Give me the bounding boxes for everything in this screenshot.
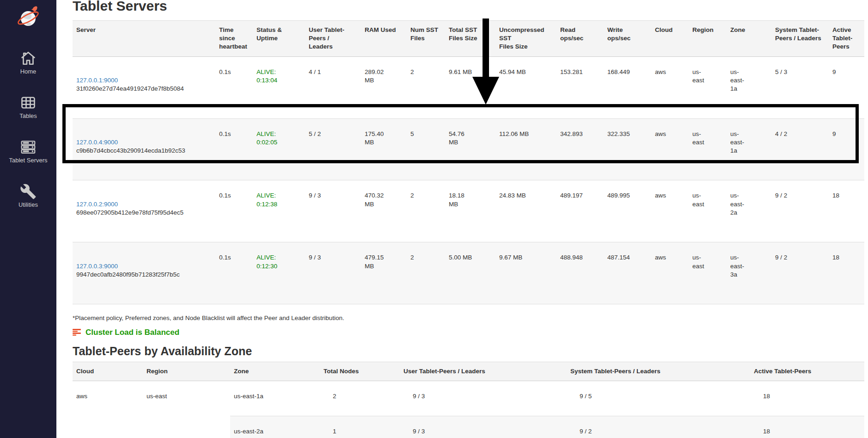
cell: 4 / 2 — [771, 118, 829, 180]
cell: 18 — [829, 180, 864, 242]
placement-policy-footnote: *Placement policy, Preferred zones, and … — [73, 315, 868, 321]
table-row: 127.0.0.1:9000 31f0260e27d74ea4919247de7… — [73, 56, 864, 118]
cell: 0.1s — [215, 242, 253, 304]
cell: us- east — [689, 118, 727, 180]
column-header: Zone — [727, 21, 771, 57]
cell: aws — [651, 242, 689, 304]
cell: 487.154 — [604, 242, 651, 304]
sidebar-item-tablet-servers[interactable]: Tablet Servers — [0, 139, 56, 183]
sidebar-item-label: Tablet Servers — [9, 157, 47, 164]
main-content: Tablet Servers Server Time since heartbe… — [56, 0, 868, 438]
column-header: Status & Uptime — [253, 21, 305, 57]
az-section-title: Tablet-Peers by Availability Zone — [73, 345, 868, 358]
cell: us- east- 1a — [727, 56, 771, 118]
cell: 9 / 3 — [400, 381, 567, 416]
cell: 18 — [750, 381, 864, 416]
table-row: aws us-east us-east-1a 2 9 / 3 9 / 5 18 — [73, 381, 864, 416]
tablet-peers-by-az-table: Cloud Region Zone Total Nodes User Table… — [73, 362, 864, 438]
cell: 0.1s — [215, 180, 253, 242]
cell: us- east- 2a — [727, 180, 771, 242]
cell: us- east — [689, 242, 727, 304]
column-header: System Tablet- Peers / Leaders — [771, 21, 829, 57]
cell: 479.15 MB — [361, 242, 407, 304]
column-header: Region — [143, 362, 230, 381]
column-header: Read ops/sec — [556, 21, 604, 57]
cell: 0.1s — [215, 56, 253, 118]
cell: us- east — [689, 56, 727, 118]
status-cell: ALIVE: 0:12:30 — [253, 242, 305, 304]
cell: 289.02 MB — [361, 56, 407, 118]
sidebar-item-utilities[interactable]: Utilities — [0, 183, 56, 228]
zone-cell: us-east-1a — [230, 381, 320, 416]
cell: 18.18 MB — [445, 180, 495, 242]
cell: 9 / 5 — [567, 381, 750, 416]
server-address-link[interactable]: 127.0.0.3:9000 — [76, 263, 118, 270]
cell: 0.1s — [215, 118, 253, 180]
sidebar-nav: Home Tables Tablet Servers — [0, 50, 56, 228]
app-logo[interactable] — [16, 6, 40, 30]
cell: 9 / 3 — [400, 416, 567, 438]
cell: 5 / 3 — [771, 56, 829, 118]
table-row: 127.0.0.3:9000 9947dec0afb2480f95b71283f… — [73, 242, 864, 304]
status-cell: ALIVE: 0:12:38 — [253, 180, 305, 242]
cell: 470.32 MB — [361, 180, 407, 242]
column-header: Region — [689, 21, 727, 57]
tablet-servers-icon — [20, 139, 37, 155]
cloud-cell: aws — [73, 381, 143, 438]
cell: 175.40 MB — [361, 118, 407, 180]
table-row-highlighted: 127.0.0.4:9000 c9b6b7d4cbcc43b290914ecda… — [73, 118, 864, 180]
cell: aws — [651, 118, 689, 180]
sidebar-item-home[interactable]: Home — [0, 50, 56, 94]
region-cell: us-east — [143, 381, 230, 438]
server-address-link[interactable]: 127.0.0.2:9000 — [76, 201, 118, 208]
column-header: Server — [73, 21, 215, 57]
server-cell: 127.0.0.2:9000 698ee072905b412e9e78fd75f… — [73, 180, 215, 242]
cell: 9 — [829, 118, 864, 180]
home-icon — [20, 50, 37, 67]
cell: 9.67 MB — [495, 242, 556, 304]
cell: 1 — [320, 416, 400, 438]
cell: 489.197 — [556, 180, 604, 242]
cell: aws — [651, 180, 689, 242]
sidebar-item-tables[interactable]: Tables — [0, 94, 56, 139]
column-header: Total SST Files Size — [445, 21, 495, 57]
column-header: User Tablet- Peers / Leaders — [305, 21, 361, 57]
cell: 5 — [407, 118, 445, 180]
sidebar-item-label: Tables — [19, 112, 37, 119]
cell: aws — [651, 56, 689, 118]
column-header: Uncompressed SST Files Size — [495, 21, 556, 57]
cell: 18 — [829, 242, 864, 304]
cell: 153.281 — [556, 56, 604, 118]
cell: 9 — [829, 56, 864, 118]
cell: 18 — [750, 416, 864, 438]
globe-rocket-logo-icon — [16, 6, 40, 30]
column-header: Time since heartbeat — [215, 21, 253, 57]
cell: 45.94 MB — [495, 56, 556, 118]
server-uuid: 9947dec0afb2480f95b71283f25f7b5c — [76, 271, 212, 279]
cell: 9 / 3 — [305, 242, 361, 304]
cell: 9 / 2 — [771, 242, 829, 304]
server-cell: 127.0.0.1:9000 31f0260e27d74ea4919247de7… — [73, 56, 215, 118]
server-address-link[interactable]: 127.0.0.4:9000 — [76, 139, 118, 146]
column-header: System Tablet-Peers / Leaders — [567, 362, 750, 381]
zone-cell: us-east-2a — [230, 416, 320, 438]
cell: 5.00 MB — [445, 242, 495, 304]
cell: 5 / 2 — [305, 118, 361, 180]
sidebar: Home Tables Tablet Servers — [0, 0, 56, 438]
cell: 9.61 MB — [445, 56, 495, 118]
cell: 9 / 2 — [771, 180, 829, 242]
sidebar-item-label: Utilities — [18, 201, 38, 208]
cell: 54.76 MB — [445, 118, 495, 180]
column-header: Active Tablet-Peers — [750, 362, 864, 381]
server-address-link[interactable]: 127.0.0.1:9000 — [76, 77, 118, 84]
cell: us- east- 3a — [727, 242, 771, 304]
cell: 2 — [320, 381, 400, 416]
server-cell: 127.0.0.4:9000 c9b6b7d4cbcc43b290914ecda… — [73, 118, 215, 180]
cell: us- east- 1a — [727, 118, 771, 180]
column-header: Active Tablet- Peers — [829, 21, 864, 57]
balance-status-text: Cluster Load is Balanced — [86, 328, 179, 337]
page-title: Tablet Servers — [73, 0, 868, 14]
cluster-balance-status: Cluster Load is Balanced — [73, 328, 868, 337]
utilities-icon — [20, 183, 37, 200]
cell: 4 / 1 — [305, 56, 361, 118]
